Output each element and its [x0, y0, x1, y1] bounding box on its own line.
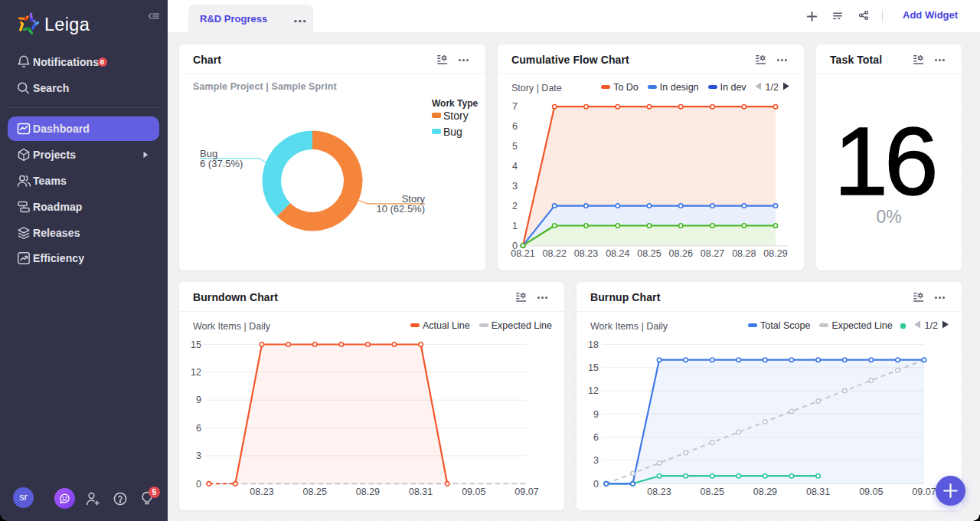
- svg-text:08.25: 08.25: [637, 248, 661, 259]
- svg-text:9: 9: [593, 409, 599, 420]
- svg-text:08.22: 08.22: [543, 248, 567, 259]
- svg-text:08.21: 08.21: [511, 248, 534, 259]
- svg-text:3: 3: [196, 451, 201, 461]
- svg-text:0: 0: [196, 479, 201, 490]
- svg-text:08.25: 08.25: [303, 487, 327, 497]
- svg-text:4: 4: [512, 161, 518, 172]
- svg-text:0: 0: [593, 479, 599, 490]
- svg-text:15: 15: [191, 339, 201, 350]
- svg-text:08.23: 08.23: [574, 248, 598, 259]
- svg-text:10 (62.5%): 10 (62.5%): [376, 203, 425, 215]
- svg-text:12: 12: [588, 385, 599, 396]
- svg-text:08.27: 08.27: [701, 248, 724, 259]
- svg-text:15: 15: [588, 362, 599, 373]
- svg-text:6: 6: [593, 432, 599, 443]
- svg-text:7: 7: [512, 101, 518, 112]
- svg-text:2: 2: [512, 201, 518, 211]
- svg-text:08.25: 08.25: [701, 487, 724, 497]
- svg-text:09.05: 09.05: [859, 487, 883, 497]
- svg-text:08.29: 08.29: [753, 487, 777, 497]
- svg-text:1: 1: [512, 221, 518, 231]
- svg-text:08.24: 08.24: [606, 248, 629, 259]
- svg-text:5: 5: [512, 141, 518, 152]
- svg-text:09.05: 09.05: [462, 487, 485, 497]
- svg-text:6 (37.5%): 6 (37.5%): [200, 158, 243, 169]
- svg-text:08.29: 08.29: [763, 248, 787, 259]
- svg-text:08.31: 08.31: [806, 487, 830, 497]
- svg-text:3: 3: [593, 455, 599, 466]
- svg-text:9: 9: [196, 395, 201, 405]
- svg-text:3: 3: [512, 181, 518, 192]
- svg-text:08.26: 08.26: [669, 248, 693, 259]
- svg-text:08.31: 08.31: [409, 487, 433, 497]
- svg-text:6: 6: [512, 121, 518, 132]
- svg-text:6: 6: [196, 423, 201, 434]
- svg-text:12: 12: [191, 367, 201, 378]
- svg-text:18: 18: [588, 339, 599, 350]
- svg-text:08.28: 08.28: [732, 248, 756, 259]
- svg-text:08.23: 08.23: [250, 487, 273, 497]
- svg-text:08.23: 08.23: [647, 487, 671, 497]
- svg-text:08.29: 08.29: [356, 487, 380, 497]
- svg-text:09.07: 09.07: [912, 487, 936, 497]
- svg-text:09.07: 09.07: [514, 487, 538, 497]
